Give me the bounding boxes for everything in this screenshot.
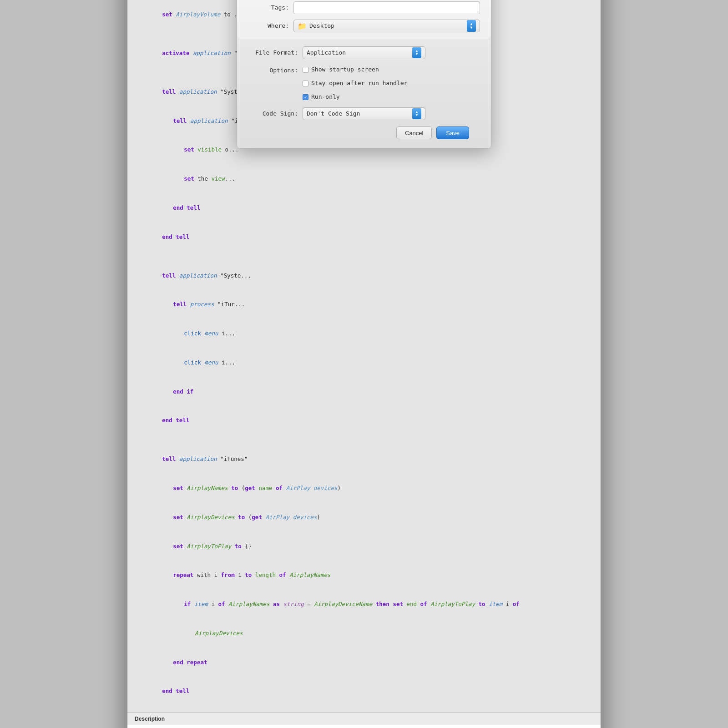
where-value: Desktop <box>309 21 334 31</box>
dialog-bottom: File Format: Application ▲ ▼ O <box>237 39 491 148</box>
option1-row: Show startup screen <box>303 65 407 75</box>
options-row: Options: Show startup screen Stay open a… <box>248 65 480 102</box>
file-format-select[interactable]: Application ▲ ▼ <box>303 46 425 59</box>
option1-label: Show startup screen <box>311 65 379 75</box>
code-sign-value: Don't Code Sign <box>307 109 360 119</box>
option3-checkbox[interactable]: ✓ <box>303 94 308 100</box>
tags-label: Tags: <box>248 3 289 13</box>
code-sign-row: Code Sign: Don't Code Sign ▲ ▼ <box>248 107 480 120</box>
file-format-row: File Format: Application ▲ ▼ <box>248 46 480 59</box>
description-area[interactable] <box>127 725 601 728</box>
tags-row: Tags: <box>248 1 480 14</box>
dialog-top: Export As: ▾ Tags: <box>237 0 491 39</box>
code-editor[interactable]: set AirplayDeviceName to ... set Playlis… <box>127 0 601 713</box>
options-label: Options: <box>248 65 298 76</box>
stepper-down-arrow: ▼ <box>470 26 473 30</box>
folder-icon: 📁 <box>298 20 307 32</box>
description-label: Description <box>135 716 165 722</box>
file-format-label: File Format: <box>248 48 298 58</box>
where-stepper[interactable]: ▲ ▼ <box>467 20 476 32</box>
ff-stepper-down: ▼ <box>416 53 418 56</box>
where-left: 📁 Desktop <box>298 20 334 32</box>
option2-label: Stay open after run handler <box>311 78 407 88</box>
save-dialog: Export As: ▾ Tags: <box>237 0 491 149</box>
cancel-button[interactable]: Cancel <box>396 126 432 139</box>
dialog-actions: Cancel Save <box>248 120 480 139</box>
option3-row: ✓ Run-only <box>303 92 407 102</box>
where-label: Where: <box>248 21 289 31</box>
where-row: Where: 📁 Desktop ▲ ▼ <box>248 20 480 32</box>
tags-input[interactable] <box>293 1 480 14</box>
main-window: 📄 alarm.applescript ▾ ▬ ▨ ⏺ ■ ▶ ⚒ AppleS… <box>127 0 601 728</box>
options-checks: Show startup screen Stay open after run … <box>303 65 407 102</box>
option1-checkbox[interactable] <box>303 67 308 73</box>
save-button[interactable]: Save <box>436 126 469 139</box>
description-bar: Description <box>127 713 601 725</box>
option3-label: Run-only <box>311 92 340 102</box>
code-sign-select[interactable]: Don't Code Sign ▲ ▼ <box>303 107 425 120</box>
where-select[interactable]: 📁 Desktop ▲ ▼ <box>293 20 480 32</box>
option2-row: Stay open after run handler <box>303 78 407 88</box>
code-sign-label: Code Sign: <box>248 109 298 119</box>
option2-checkbox[interactable] <box>303 81 308 86</box>
file-format-value: Application <box>307 48 346 58</box>
main-content: set AirplayDeviceName to ... set Playlis… <box>127 0 601 728</box>
cs-stepper-down: ▼ <box>416 114 418 117</box>
dialog-overlay: Export As: ▾ Tags: <box>127 0 601 712</box>
